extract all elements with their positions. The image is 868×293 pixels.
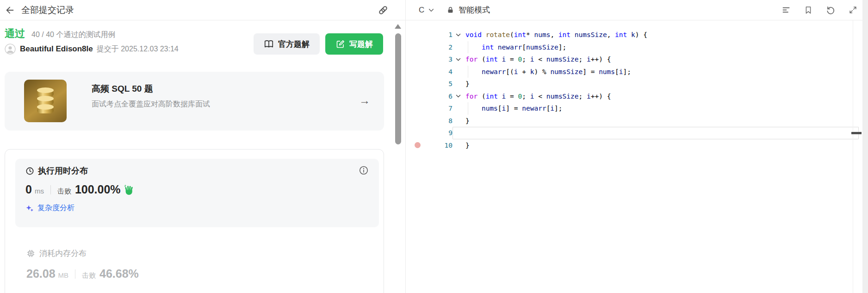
submission-panel: 全部提交记录 通过 40 / 40 个通过的测试用例 Beautiful Edi…: [0, 0, 406, 293]
avatar: [5, 44, 16, 55]
editor-header: C 智能模式: [406, 0, 868, 20]
chip-icon: [26, 249, 35, 258]
scrollbar-up-arrow[interactable]: [395, 24, 401, 29]
smart-mode-toggle[interactable]: 智能模式: [446, 5, 490, 15]
code-line-5[interactable]: 5}: [411, 78, 862, 90]
memory-value: 26.08: [26, 267, 56, 281]
fold-chevron-icon[interactable]: [453, 53, 464, 66]
divider: [75, 269, 75, 279]
runtime-beats-value: 100.00%: [75, 183, 121, 196]
breakpoint-gutter[interactable]: [411, 78, 424, 90]
page-scrollbar[interactable]: [862, 0, 868, 293]
breakpoint-icon: [415, 142, 421, 148]
fold-gutter: [453, 66, 464, 78]
back-button[interactable]: [5, 5, 16, 16]
line-number: 7: [424, 102, 453, 115]
performance-card: 执行用时分布 0 ms 击败 100.00%: [5, 149, 384, 293]
breakpoint-gutter[interactable]: [411, 102, 424, 115]
line-number: 5: [424, 78, 453, 90]
line-number: 9: [424, 127, 453, 139]
sparkle-icon: [25, 204, 34, 212]
code-line-7[interactable]: 7 nums[i] = newarr[i];: [411, 102, 862, 115]
code-text: }: [464, 78, 470, 90]
memory-distribution-section: 消耗内存分布 26.08 MB 击败 46.68%: [26, 248, 139, 281]
promo-card-sql50[interactable]: 高频 SQL 50 题 面试考点全覆盖应对高阶数据库面试 →: [5, 72, 384, 131]
submitted-time: 提交于 2025.12.03 23:14: [97, 44, 179, 54]
breakpoint-gutter[interactable]: [411, 53, 424, 66]
code-line-6[interactable]: 6for (int i = 0; i < numsSize; i++) {: [411, 90, 862, 103]
left-panel-scrollbar: [392, 20, 403, 293]
breakpoint-gutter[interactable]: [411, 127, 424, 139]
scrollbar-thumb[interactable]: [395, 33, 401, 144]
code-line-1[interactable]: 1void rotate(int* nums, int numsSize, in…: [411, 29, 862, 41]
page-title: 全部提交记录: [21, 4, 378, 16]
arrow-left-icon: [5, 5, 15, 15]
write-solution-button[interactable]: 写题解: [325, 33, 383, 55]
submitter-row[interactable]: Beautiful Edison8le 提交于 2025.12.03 23:14: [5, 44, 179, 55]
code-text: void rotate(int* nums, int numsSize, int…: [464, 29, 647, 41]
bookmark-button[interactable]: [803, 5, 813, 15]
status-row: 通过 40 / 40 个通过的测试用例: [5, 27, 115, 41]
code-editor-panel: C 智能模式: [406, 0, 868, 293]
fold-gutter: [453, 127, 464, 139]
format-code-button[interactable]: [781, 5, 791, 15]
official-solution-button[interactable]: 官方题解: [254, 33, 320, 55]
fold-chevron-icon[interactable]: [453, 29, 464, 41]
code-line-3[interactable]: 3for (int i = 0; i < numsSize; i++) {: [411, 53, 862, 66]
language-selector[interactable]: C: [419, 6, 434, 15]
divider: [50, 185, 51, 194]
runtime-title: 执行用时分布: [38, 165, 88, 176]
database-icon: [24, 80, 67, 122]
code-text: nums[i] = newarr[i];: [464, 102, 563, 115]
code-line-8[interactable]: 8}: [411, 115, 862, 127]
breakpoint-dot[interactable]: [411, 139, 424, 152]
breakpoint-gutter[interactable]: [411, 66, 424, 78]
chevron-down-icon: [428, 7, 434, 13]
undo-icon: [826, 5, 836, 15]
runtime-distribution-box: 执行用时分布 0 ms 击败 100.00%: [15, 159, 379, 227]
wave-hand-icon: [124, 184, 135, 195]
code-text: int newarr[numsSize];: [464, 41, 566, 54]
reset-code-button[interactable]: [825, 5, 836, 15]
code-text: }: [464, 115, 470, 127]
info-icon[interactable]: [359, 165, 369, 175]
memory-header: 消耗内存分布: [26, 248, 139, 259]
runtime-value: 0: [25, 183, 32, 196]
fold-gutter: [453, 139, 464, 152]
status-badge: 通过: [5, 27, 25, 41]
clock-icon: [25, 167, 34, 175]
complexity-analysis-link[interactable]: 复杂度分析: [25, 203, 369, 213]
submission-header: 全部提交记录: [0, 0, 405, 20]
line-number: 3: [424, 53, 453, 66]
bookmark-icon: [804, 6, 813, 15]
overview-cursor-mark: [851, 132, 862, 134]
memory-beats-value: 46.68%: [99, 267, 139, 281]
submission-body: 通过 40 / 40 个通过的测试用例 Beautiful Edison8le …: [0, 20, 405, 293]
beats-label: 击败: [57, 187, 71, 196]
code-line-2[interactable]: 2 int newarr[numsSize];: [411, 41, 862, 54]
code-line-9[interactable]: 9: [411, 127, 862, 139]
language-label: C: [419, 6, 424, 15]
fullscreen-button[interactable]: [848, 5, 858, 15]
code-line-10[interactable]: 10}: [411, 139, 862, 152]
breakpoint-gutter[interactable]: [411, 90, 424, 103]
memory-beats-label: 击败: [82, 271, 96, 280]
arrow-right-icon: →: [359, 94, 370, 107]
code-text: }: [464, 139, 470, 152]
write-solution-label: 写题解: [349, 39, 373, 50]
link-icon: [378, 5, 389, 16]
breakpoint-gutter[interactable]: [411, 29, 424, 41]
copy-link-button[interactable]: [378, 5, 389, 16]
code-editor[interactable]: 1void rotate(int* nums, int numsSize, in…: [411, 20, 862, 293]
code-line-4[interactable]: 4 newarr[(i + k) % numsSize] = nums[i];: [411, 66, 862, 78]
code-text: for (int i = 0; i < numsSize; i++) {: [464, 90, 611, 103]
fold-gutter: [453, 78, 464, 90]
runtime-value-row: 0 ms 击败 100.00%: [25, 183, 369, 196]
line-number: 8: [424, 115, 453, 127]
smart-mode-label: 智能模式: [459, 5, 490, 15]
breakpoint-gutter[interactable]: [411, 41, 424, 54]
breakpoint-gutter[interactable]: [411, 115, 424, 127]
fold-chevron-icon[interactable]: [453, 90, 464, 103]
line-number: 1: [424, 29, 453, 41]
line-number: 4: [424, 66, 453, 78]
